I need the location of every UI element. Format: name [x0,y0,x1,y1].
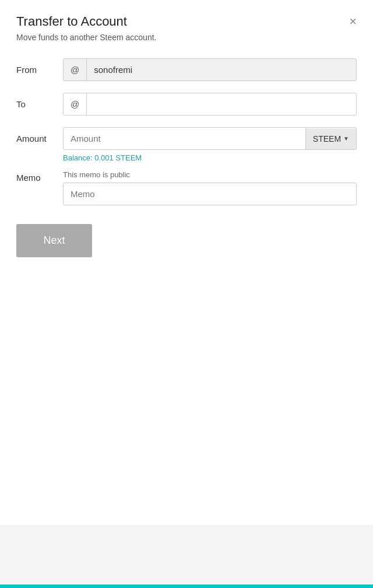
currency-label: STEEM [313,134,341,144]
memo-row: Memo This memo is public [16,170,357,205]
amount-label: Amount [16,134,63,144]
balance-text: Balance: 0.001 STEEM [63,153,357,162]
to-label: To [16,99,63,109]
transfer-dialog: Transfer to Account × Move funds to anot… [0,0,373,525]
close-button[interactable]: × [349,15,357,28]
from-label: From [16,65,63,75]
from-input [87,59,356,80]
next-button[interactable]: Next [16,224,92,257]
currency-select[interactable]: STEEM ▼ [305,128,356,149]
from-input-wrapper: @ [63,58,357,81]
to-row: To @ [16,93,357,116]
bottom-bar [0,584,373,588]
from-row: From @ [16,58,357,81]
from-at-symbol: @ [64,59,87,80]
memo-right: This memo is public [63,170,357,205]
memo-input[interactable] [63,183,357,205]
to-input-wrapper: @ [63,93,357,116]
memo-label: Memo [16,170,63,183]
dialog-title: Transfer to Account [16,14,127,29]
amount-input-wrapper: STEEM ▼ [63,127,357,150]
memo-public-note: This memo is public [63,170,357,179]
chevron-down-icon: ▼ [343,135,349,142]
amount-row: Amount STEEM ▼ [16,127,357,150]
to-input[interactable] [87,93,356,115]
to-at-symbol: @ [64,93,87,115]
dialog-header: Transfer to Account × [16,14,357,29]
dialog-subtitle: Move funds to another Steem account. [16,33,357,42]
amount-input[interactable] [64,128,305,149]
